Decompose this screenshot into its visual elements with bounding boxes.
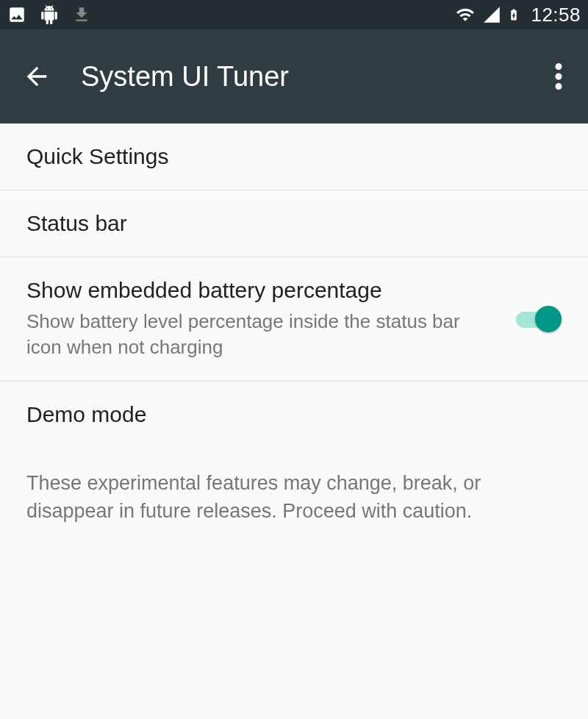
demo-mode-item[interactable]: Demo mode <box>0 382 588 448</box>
svg-point-1 <box>556 74 562 80</box>
svg-point-0 <box>556 63 562 70</box>
svg-point-2 <box>556 83 562 90</box>
item-title: Status bar <box>26 211 562 236</box>
item-subtitle: Show battery level percentage inside the… <box>26 309 467 360</box>
item-title: Show embedded battery percentage <box>26 278 516 303</box>
battery-percentage-toggle[interactable] <box>516 306 562 332</box>
overflow-menu-button[interactable] <box>544 63 573 90</box>
quick-settings-item[interactable]: Quick Settings <box>0 124 588 190</box>
item-title: Demo mode <box>26 402 562 427</box>
status-bar: 12:58 <box>0 0 588 29</box>
image-icon <box>7 5 26 24</box>
back-button[interactable] <box>15 62 59 91</box>
show-battery-percentage-item[interactable]: Show embedded battery percentage Show ba… <box>0 257 588 382</box>
settings-list: Quick Settings Status bar Show embedded … <box>0 124 588 548</box>
signal-icon <box>482 5 501 24</box>
app-bar: System UI Tuner <box>0 29 588 124</box>
footer-warning: These experimental features may change, … <box>0 448 588 548</box>
status-bar-item[interactable]: Status bar <box>0 190 588 257</box>
page-title: System UI Tuner <box>81 61 544 93</box>
status-time: 12:58 <box>531 4 581 26</box>
item-title: Quick Settings <box>26 144 562 169</box>
download-icon <box>72 5 91 24</box>
android-icon <box>40 5 59 24</box>
wifi-icon <box>454 5 476 24</box>
battery-charging-icon <box>507 4 520 25</box>
